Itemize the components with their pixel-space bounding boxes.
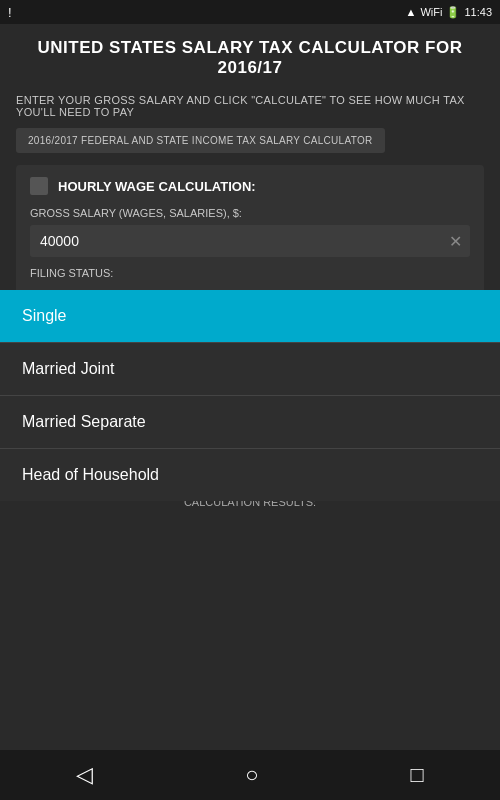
filing-status-dropdown[interactable]: Single Married Joint Married Separate He… <box>0 290 500 501</box>
app-title: UNITED STATES SALARY TAX CALCULATOR FOR … <box>0 24 500 88</box>
app-title-text: UNITED STATES SALARY TAX CALCULATOR FOR … <box>16 38 484 78</box>
dropdown-option-head-of-household[interactable]: Head of Household <box>0 449 500 501</box>
dropdown-option-married-separate[interactable]: Married Separate <box>0 396 500 449</box>
time-display: 11:43 <box>464 6 492 18</box>
hourly-wage-row: HOURLY WAGE CALCULATION: <box>30 177 470 195</box>
signal-icon: ▲ <box>406 6 417 18</box>
hourly-wage-label: HOURLY WAGE CALCULATION: <box>58 179 256 194</box>
status-bar: ! ▲ WiFi 🔋 11:43 <box>0 0 500 24</box>
gross-salary-input-row: ✕ <box>30 225 470 257</box>
form-container: HOURLY WAGE CALCULATION: GROSS SALARY (W… <box>16 165 484 295</box>
status-bar-left-icon: ! <box>8 5 12 20</box>
back-button[interactable]: ◁ <box>76 762 93 788</box>
gross-salary-label: GROSS SALARY (WAGES, SALARIES), $: <box>30 207 470 219</box>
home-button[interactable]: ○ <box>245 762 258 788</box>
filing-status-label: FILING STATUS: <box>30 267 470 279</box>
subtitle-text: ENTER YOUR GROSS SALARY AND CLICK "CALCU… <box>0 88 500 128</box>
tab-bar: 2016/2017 FEDERAL AND STATE INCOME TAX S… <box>16 128 484 153</box>
gross-salary-clear-button[interactable]: ✕ <box>440 226 470 256</box>
battery-icon: 🔋 <box>446 6 460 19</box>
recent-apps-button[interactable]: □ <box>411 762 424 788</box>
wifi-icon: WiFi <box>420 6 442 18</box>
gross-salary-input[interactable] <box>30 225 440 257</box>
tab-calculator[interactable]: 2016/2017 FEDERAL AND STATE INCOME TAX S… <box>16 128 385 153</box>
dropdown-option-single[interactable]: Single <box>0 290 500 343</box>
nav-bar: ◁ ○ □ <box>0 750 500 800</box>
hourly-wage-checkbox[interactable] <box>30 177 48 195</box>
status-bar-right: ▲ WiFi 🔋 11:43 <box>406 6 492 19</box>
dropdown-option-married-joint[interactable]: Married Joint <box>0 343 500 396</box>
